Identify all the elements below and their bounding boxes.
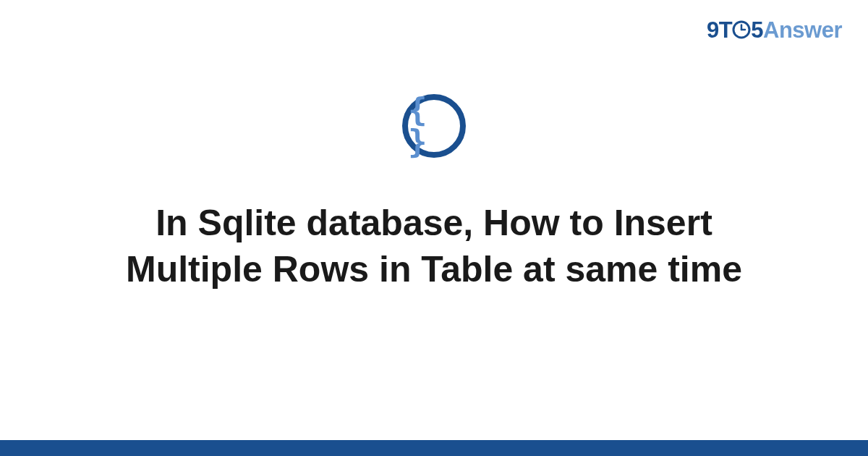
- footer-bar: [0, 440, 868, 456]
- main-content: { } In Sqlite database, How to Insert Mu…: [0, 94, 868, 292]
- category-badge: { }: [402, 94, 466, 158]
- logo-text-suffix: Answer: [763, 17, 842, 43]
- logo-clock-icon: [732, 20, 751, 39]
- code-braces-icon: { }: [408, 94, 460, 158]
- page-title: In Sqlite database, How to Insert Multip…: [80, 200, 788, 292]
- logo-text-prefix: 9T: [707, 17, 732, 43]
- site-logo: 9T5Answer: [707, 17, 842, 43]
- logo-text-mid: 5: [751, 17, 763, 43]
